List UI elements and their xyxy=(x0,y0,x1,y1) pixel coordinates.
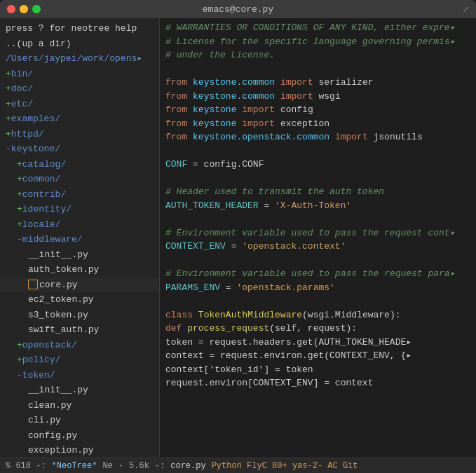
code-line: from keystone.openstack.common import js… xyxy=(165,130,470,144)
tree-label: doc/ xyxy=(11,82,33,96)
code-line: from keystone.common import serializer xyxy=(165,76,470,90)
tree-item[interactable]: + identity/ xyxy=(0,202,159,217)
code-line: PARAMS_ENV = 'openstack.params' xyxy=(165,281,470,295)
tree-label: cli.py xyxy=(28,413,61,427)
tree-label: identity/ xyxy=(22,203,72,217)
code-line: def process_request(self, request): xyxy=(165,322,470,336)
tree-item[interactable]: - middleware/ xyxy=(0,232,159,247)
tree-label: exception.py xyxy=(28,444,94,458)
tree-label: clean.py xyxy=(28,399,72,413)
tree-label: policy/ xyxy=(22,353,61,367)
tree-prefix: + xyxy=(6,112,11,126)
tree-item[interactable]: swift_auth.py xyxy=(0,322,159,338)
tree-item[interactable]: exception.py xyxy=(0,443,159,458)
tree-item[interactable]: .. (up a dir) xyxy=(0,36,159,52)
tree-prefix: + xyxy=(17,218,22,232)
minimize-button[interactable] xyxy=(20,5,28,13)
tree-item[interactable]: + examples/ xyxy=(0,111,159,127)
code-line: CONTEXT_ENV = 'openstack.context' xyxy=(165,240,470,254)
tree-prefix: + xyxy=(6,67,11,81)
code-line: # Environment variable used to pass the … xyxy=(165,267,470,281)
code-line: # Header used to transmit the auth token xyxy=(165,185,470,199)
tree-label: config.py xyxy=(28,429,77,443)
tree-item[interactable]: + etc/ xyxy=(0,97,159,112)
sidebar-header: press ? for neotree help xyxy=(0,21,159,36)
status-mode: Python FlyC 80+ yas-2- AC Git xyxy=(212,461,358,471)
code-line xyxy=(165,62,470,76)
code-line xyxy=(165,254,470,268)
tree-prefix: - xyxy=(17,369,22,383)
code-editor[interactable]: # WARRANTIES OR CONDITIONS OF ANY KIND, … xyxy=(160,18,476,458)
tree-label: contrib/ xyxy=(22,188,66,202)
tree-item[interactable]: - keystone/ xyxy=(0,142,159,157)
status-position: % 618 -: xyxy=(6,461,46,471)
code-line xyxy=(165,212,470,226)
tree-item[interactable]: + policy/ xyxy=(0,352,159,368)
tree-label: catalog/ xyxy=(22,158,66,172)
tree-label: locale/ xyxy=(22,218,61,232)
tree-label: httpd/ xyxy=(11,128,44,142)
tree-label: (up a dir) xyxy=(17,37,72,51)
tree-item[interactable]: ec2_token.py xyxy=(0,292,159,308)
tree-prefix: + xyxy=(17,188,22,202)
window-controls xyxy=(7,5,41,13)
tree-item[interactable]: - token/ xyxy=(0,368,159,383)
window-title: emacs@core.py xyxy=(203,4,273,15)
tree-label: middleware/ xyxy=(22,233,83,247)
tree-item[interactable]: clean.py xyxy=(0,398,159,413)
code-line xyxy=(165,144,470,158)
tree-label: __init__.py xyxy=(28,383,88,397)
tree-prefix: + xyxy=(17,158,22,172)
tree-label: auth_token.py xyxy=(28,263,99,277)
code-line: request.environ[CONTEXT_ENV] = context xyxy=(165,376,470,390)
status-sep: - xyxy=(118,461,123,471)
tree-item[interactable]: + doc/ xyxy=(0,81,159,97)
tree-prefix: + xyxy=(6,128,11,142)
tree-item[interactable]: core.py xyxy=(0,277,159,293)
close-button[interactable] xyxy=(7,5,15,13)
tree-item[interactable]: /Users/jaypei/work/opens▸ xyxy=(0,51,159,67)
maximize-button[interactable] xyxy=(32,5,41,13)
tree-item[interactable]: + catalog/ xyxy=(0,157,159,172)
sidebar[interactable]: press ? for neotree help .. (up a dir) /… xyxy=(0,18,160,458)
code-line: # Environment variable used to pass the … xyxy=(165,226,470,240)
tree-item[interactable]: + contrib/ xyxy=(0,187,159,203)
tree-item[interactable]: config.py xyxy=(0,428,159,444)
code-line xyxy=(165,294,470,308)
tree-item[interactable]: __init__.py xyxy=(0,383,159,398)
code-line: from keystone.common import wsgi xyxy=(165,90,470,104)
code-line: context['token_id'] = token xyxy=(165,363,470,377)
tree-item[interactable]: s3_token.py xyxy=(0,308,159,323)
tree-prefix: .. xyxy=(6,37,17,51)
expand-icon: ⤢ xyxy=(463,5,469,14)
current-file-marker xyxy=(28,280,38,289)
tree-label: examples/ xyxy=(11,112,60,126)
tree-item[interactable]: __init__.py xyxy=(0,247,159,263)
tree-item[interactable]: + openstack/ xyxy=(0,338,159,353)
tree-label: s3_token.py xyxy=(28,308,88,322)
code-line: from keystone import exception xyxy=(165,117,470,131)
tree-label: core.py xyxy=(39,278,78,292)
code-line xyxy=(165,172,470,186)
tree-item[interactable]: + common/ xyxy=(0,172,159,187)
tree-item[interactable]: + locale/ xyxy=(0,217,159,233)
status-filename: core.py xyxy=(170,461,205,471)
code-line: class TokenAuthMiddleware(wsgi.Middlewar… xyxy=(165,308,470,322)
code-content: # WARRANTIES OR CONDITIONS OF ANY KIND, … xyxy=(160,18,476,458)
status-bar: % 618 -: *NeoTree* Ne - 5.6k -: core.py … xyxy=(0,458,476,473)
tree-item[interactable]: + bin/ xyxy=(0,67,159,82)
code-line: token = request.headers.get(AUTH_TOKEN_H… xyxy=(165,336,470,350)
status-colon: -: xyxy=(155,461,165,471)
tree-item[interactable]: auth_token.py xyxy=(0,262,159,277)
code-line: # WARRANTIES OR CONDITIONS OF ANY KIND, … xyxy=(165,21,470,35)
tree-label: etc/ xyxy=(11,97,33,111)
tree-label: token/ xyxy=(22,369,55,383)
title-bar: emacs@core.py ⤢ xyxy=(0,0,476,18)
tree-item[interactable]: + httpd/ xyxy=(0,127,159,142)
tree-prefix: + xyxy=(17,353,22,367)
tree-label: swift_auth.py xyxy=(28,323,99,337)
code-line: # License for the specific language gove… xyxy=(165,35,470,49)
tree-prefix: + xyxy=(17,338,22,352)
tree-item[interactable]: cli.py xyxy=(0,413,159,428)
tree-prefix: - xyxy=(17,233,22,247)
